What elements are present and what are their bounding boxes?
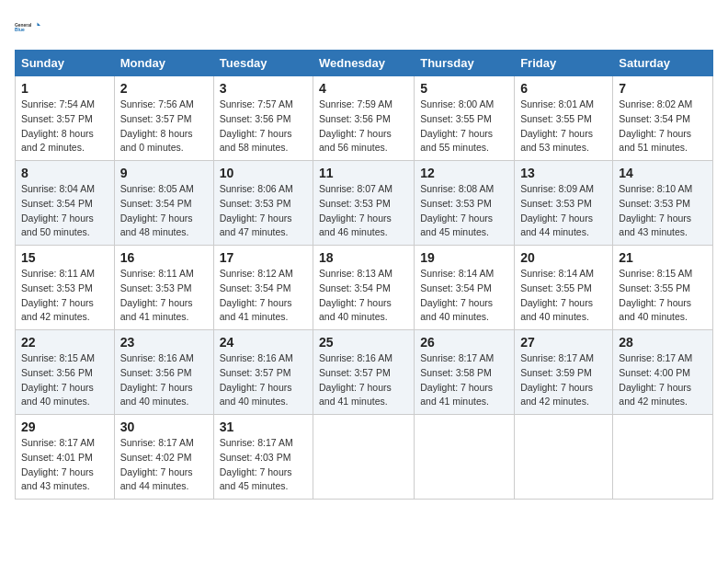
day-number: 8 [21,166,108,180]
day-number: 14 [619,166,707,180]
day-number: 17 [220,250,307,265]
svg-text:General: General [15,23,32,28]
day-number: 7 [619,81,707,96]
day-header-wednesday: Wednesday [313,51,415,76]
logo: General Blue [15,15,40,40]
calendar-cell: 24 Sunrise: 8:16 AMSunset: 3:57 PMDaylig… [213,330,313,415]
day-info: Sunrise: 7:56 AMSunset: 3:57 PMDaylight:… [120,98,194,153]
day-number: 23 [120,335,208,350]
week-row-1: 1 Sunrise: 7:54 AMSunset: 3:57 PMDayligh… [16,76,713,161]
week-row-3: 15 Sunrise: 8:11 AMSunset: 3:53 PMDaylig… [16,246,713,330]
day-info: Sunrise: 7:54 AMSunset: 3:57 PMDaylight:… [21,98,95,153]
week-row-2: 8 Sunrise: 8:04 AMSunset: 3:54 PMDayligh… [16,161,713,246]
day-info: Sunrise: 7:59 AMSunset: 3:56 PMDaylight:… [319,98,392,153]
day-info: Sunrise: 8:02 AMSunset: 3:54 PMDaylight:… [619,98,692,153]
day-info: Sunrise: 8:04 AMSunset: 3:54 PMDaylight:… [21,183,95,237]
calendar-cell: 14 Sunrise: 8:10 AMSunset: 3:53 PMDaylig… [613,161,713,246]
calendar-cell: 22 Sunrise: 8:15 AMSunset: 3:56 PMDaylig… [16,330,115,415]
calendar-cell [313,415,415,500]
calendar-cell: 2 Sunrise: 7:56 AMSunset: 3:57 PMDayligh… [114,76,213,161]
day-number: 11 [319,166,408,180]
calendar-cell: 5 Sunrise: 8:00 AMSunset: 3:55 PMDayligh… [415,76,515,161]
day-header-thursday: Thursday [415,51,515,76]
calendar-cell [613,415,713,500]
day-info: Sunrise: 8:12 AMSunset: 3:54 PMDaylight:… [220,268,293,322]
calendar-cell: 31 Sunrise: 8:17 AMSunset: 4:03 PMDaylig… [213,415,313,500]
day-info: Sunrise: 8:11 AMSunset: 3:53 PMDaylight:… [21,268,95,322]
day-info: Sunrise: 8:17 AMSunset: 4:03 PMDaylight:… [220,437,293,491]
day-info: Sunrise: 8:00 AMSunset: 3:55 PMDaylight:… [420,98,494,153]
day-number: 25 [319,335,408,350]
week-row-5: 29 Sunrise: 8:17 AMSunset: 4:01 PMDaylig… [16,415,713,500]
day-info: Sunrise: 8:07 AMSunset: 3:53 PMDaylight:… [319,183,392,237]
day-info: Sunrise: 8:16 AMSunset: 3:57 PMDaylight:… [319,352,392,407]
calendar-cell: 27 Sunrise: 8:17 AMSunset: 3:59 PMDaylig… [515,330,613,415]
day-number: 27 [520,335,607,350]
calendar-table: SundayMondayTuesdayWednesdayThursdayFrid… [15,50,713,500]
day-info: Sunrise: 8:17 AMSunset: 3:58 PMDaylight:… [420,352,494,407]
calendar-cell: 3 Sunrise: 7:57 AMSunset: 3:56 PMDayligh… [213,76,313,161]
calendar-cell: 6 Sunrise: 8:01 AMSunset: 3:55 PMDayligh… [515,76,613,161]
day-info: Sunrise: 8:14 AMSunset: 3:55 PMDaylight:… [520,268,594,322]
calendar-cell: 23 Sunrise: 8:16 AMSunset: 3:56 PMDaylig… [114,330,213,415]
header-row: SundayMondayTuesdayWednesdayThursdayFrid… [16,51,713,76]
day-info: Sunrise: 8:09 AMSunset: 3:53 PMDaylight:… [520,183,594,237]
calendar-cell: 20 Sunrise: 8:14 AMSunset: 3:55 PMDaylig… [515,246,613,330]
day-number: 24 [220,335,307,350]
calendar-cell: 19 Sunrise: 8:14 AMSunset: 3:54 PMDaylig… [415,246,515,330]
day-number: 26 [420,335,508,350]
day-header-sunday: Sunday [16,51,115,76]
svg-marker-2 [38,22,41,26]
day-info: Sunrise: 8:15 AMSunset: 3:56 PMDaylight:… [21,352,95,407]
day-number: 9 [120,166,208,180]
day-number: 3 [220,81,307,96]
calendar-cell: 1 Sunrise: 7:54 AMSunset: 3:57 PMDayligh… [16,76,115,161]
day-number: 1 [21,81,108,96]
day-info: Sunrise: 8:06 AMSunset: 3:53 PMDaylight:… [220,183,293,237]
day-info: Sunrise: 8:17 AMSunset: 4:01 PMDaylight:… [21,437,95,491]
day-number: 12 [420,166,508,180]
calendar-cell: 10 Sunrise: 8:06 AMSunset: 3:53 PMDaylig… [213,161,313,246]
calendar-cell: 9 Sunrise: 8:05 AMSunset: 3:54 PMDayligh… [114,161,213,246]
day-info: Sunrise: 8:10 AMSunset: 3:53 PMDaylight:… [619,183,692,237]
calendar-cell: 30 Sunrise: 8:17 AMSunset: 4:02 PMDaylig… [114,415,213,500]
day-number: 2 [120,81,208,96]
day-info: Sunrise: 7:57 AMSunset: 3:56 PMDaylight:… [220,98,293,153]
day-info: Sunrise: 8:17 AMSunset: 4:02 PMDaylight:… [120,437,194,491]
day-info: Sunrise: 8:14 AMSunset: 3:54 PMDaylight:… [420,268,494,322]
day-number: 19 [420,250,508,265]
calendar-cell: 7 Sunrise: 8:02 AMSunset: 3:54 PMDayligh… [613,76,713,161]
day-number: 29 [21,419,108,434]
calendar-cell: 4 Sunrise: 7:59 AMSunset: 3:56 PMDayligh… [313,76,415,161]
day-header-tuesday: Tuesday [213,51,313,76]
day-info: Sunrise: 8:15 AMSunset: 3:55 PMDaylight:… [619,268,692,322]
calendar-cell: 8 Sunrise: 8:04 AMSunset: 3:54 PMDayligh… [16,161,115,246]
day-number: 22 [21,335,108,350]
day-info: Sunrise: 8:05 AMSunset: 3:54 PMDaylight:… [120,183,194,237]
day-number: 20 [520,250,607,265]
day-header-monday: Monday [114,51,213,76]
calendar-cell [415,415,515,500]
day-info: Sunrise: 8:16 AMSunset: 3:57 PMDaylight:… [220,352,293,407]
day-number: 10 [220,166,307,180]
week-row-4: 22 Sunrise: 8:15 AMSunset: 3:56 PMDaylig… [16,330,713,415]
calendar-cell: 26 Sunrise: 8:17 AMSunset: 3:58 PMDaylig… [415,330,515,415]
day-number: 16 [120,250,208,265]
day-info: Sunrise: 8:08 AMSunset: 3:53 PMDaylight:… [420,183,494,237]
calendar-cell: 12 Sunrise: 8:08 AMSunset: 3:53 PMDaylig… [415,161,515,246]
day-number: 30 [120,419,208,434]
day-number: 28 [619,335,707,350]
calendar-cell: 28 Sunrise: 8:17 AMSunset: 4:00 PMDaylig… [613,330,713,415]
calendar-cell: 25 Sunrise: 8:16 AMSunset: 3:57 PMDaylig… [313,330,415,415]
day-number: 13 [520,166,607,180]
logo-icon: General Blue [15,15,40,40]
day-header-saturday: Saturday [613,51,713,76]
day-info: Sunrise: 8:11 AMSunset: 3:53 PMDaylight:… [120,268,194,322]
day-info: Sunrise: 8:17 AMSunset: 4:00 PMDaylight:… [619,352,692,407]
calendar-cell: 16 Sunrise: 8:11 AMSunset: 3:53 PMDaylig… [114,246,213,330]
day-header-friday: Friday [515,51,613,76]
day-info: Sunrise: 8:01 AMSunset: 3:55 PMDaylight:… [520,98,594,153]
svg-text:Blue: Blue [15,28,25,32]
day-info: Sunrise: 8:16 AMSunset: 3:56 PMDaylight:… [120,352,194,407]
day-info: Sunrise: 8:13 AMSunset: 3:54 PMDaylight:… [319,268,392,322]
